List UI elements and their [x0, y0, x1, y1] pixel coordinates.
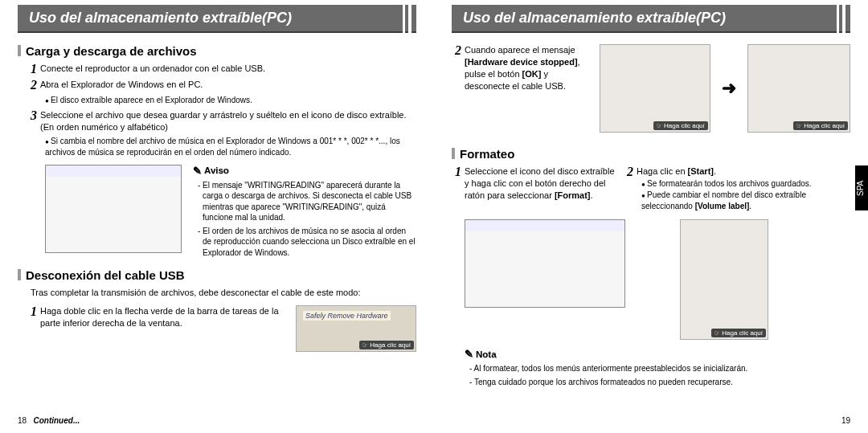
step-num-1: 1	[31, 63, 37, 76]
formateo-step-1-text: Seleccione el icono del disco extraíble …	[465, 165, 616, 202]
systray-screenshot: Safely Remove Hardware Haga clic aquí	[296, 305, 416, 352]
desconexion-intro: Tras completar la transmisión de archivo…	[31, 287, 416, 299]
nota-label-text: Nota	[476, 349, 497, 359]
hardware-stopped-text: Cuando aparece el mensaje [Hardware devi…	[465, 44, 588, 92]
header-right: Uso del almacenamiento extraíble(PC)	[452, 5, 850, 33]
aviso-label: ✎Aviso	[193, 165, 229, 177]
nota-list: - Al formatear, todos los menús anterior…	[469, 363, 850, 387]
nota-block: ✎Nota - Al formatear, todos los menús an…	[465, 348, 850, 387]
aviso-item-1: - El mensaje "WRITING/READING" aparecerá…	[198, 180, 416, 223]
step-3-text: Seleccione el archivo que desea guardar …	[40, 109, 416, 133]
desconexion-step: 1 Haga doble clic en la flecha verde de …	[31, 305, 285, 329]
nota-item-2: - Tenga cuidado porque los archivos form…	[469, 377, 850, 388]
stop-device-dialog-screenshot: Haga clic aquí	[747, 44, 850, 133]
step-2: 2Abra el Explorador de Windows en el PC.	[31, 79, 416, 92]
language-tab-spa: SPA	[855, 165, 868, 210]
header-left: Uso del almacenamiento extraíble(PC)	[18, 5, 416, 33]
format-dialog-screenshot: Haga clic aquí	[680, 219, 768, 340]
safely-remove-dialog-screenshot: Haga clic aquí	[600, 44, 710, 133]
continued-label: Continued...	[33, 416, 80, 425]
formateo-row: 1 Seleccione el icono del disco extraíbl…	[455, 165, 850, 211]
step-num-2: 2	[31, 79, 37, 92]
arrow-right-icon: ➜	[722, 78, 736, 99]
header-left-container: Uso del almacenamiento extraíble(PC)	[18, 5, 416, 33]
step-1-text: Conecte el reproductor a un ordenador co…	[40, 63, 265, 75]
step-1: 1Conecte el reproductor a un ordenador c…	[31, 63, 416, 76]
header-right-container: Uso del almacenamiento extraíble(PC)	[452, 5, 850, 33]
safely-remove-tooltip: Safely Remove Hardware	[303, 311, 391, 321]
section-formateo-title: Formateo	[452, 147, 850, 161]
aviso-block: ✎Aviso - El mensaje "WRITING/READING" ap…	[193, 165, 416, 261]
click-here-caption: Haga clic aquí	[711, 329, 766, 337]
click-here-caption: Haga clic aquí	[653, 121, 708, 130]
page-right: Uso del almacenamiento extraíble(PC) 2 C…	[434, 0, 868, 433]
pencil-icon: ✎	[193, 165, 202, 177]
page-num-18: 18	[18, 416, 27, 425]
hardware-stopped-step: 2 Cuando aparece el mensaje [Hardware de…	[455, 44, 588, 92]
formateo-step-1: 1 Seleccione el icono del disco extraíbl…	[455, 165, 616, 202]
formateo-bullet-2: Puede cambiar el nombre del disco extraí…	[641, 190, 850, 211]
format-context-menu-screenshot	[465, 219, 625, 308]
formateo-step-2: 2 Haga clic en [Start].	[627, 165, 850, 178]
section-bar-icon	[18, 45, 21, 56]
step-2-bullet: El disco extraíble aparece en el Explora…	[45, 95, 416, 106]
step-3: 3Seleccione el archivo que desea guardar…	[31, 109, 416, 133]
section-carga-title: Carga y descarga de archivos	[18, 44, 416, 58]
page-num-left: 18 Continued...	[18, 416, 80, 425]
step-num-2f: 2	[627, 165, 633, 178]
step-num-2r: 2	[455, 44, 461, 57]
formateo-step-2-block: 2 Haga clic en [Start]. Se formatearán t…	[627, 165, 850, 211]
page-num-right: 19	[841, 416, 850, 425]
nota-item-1: - Al formatear, todos los menús anterior…	[469, 363, 850, 374]
aviso-label-text: Aviso	[204, 165, 229, 175]
step-2-text: Abra el Explorador de Windows en el PC.	[40, 79, 203, 91]
aviso-item-2: - El orden de los archivos de música no …	[198, 226, 416, 259]
section-bar-icon	[18, 269, 21, 280]
page-left: Uso del almacenamiento extraíble(PC) Car…	[0, 0, 434, 433]
section-carga-text: Carga y descarga de archivos	[26, 44, 197, 58]
aviso-list: - El mensaje "WRITING/READING" aparecerá…	[198, 180, 416, 259]
section-bar-icon	[452, 148, 455, 159]
step-num-1b: 1	[31, 305, 37, 318]
desconexion-row: 1 Haga doble clic en la flecha verde de …	[31, 305, 416, 352]
formateo-screenshots-row: Haga clic aquí	[465, 219, 850, 340]
manual-spread: Uso del almacenamiento extraíble(PC) Car…	[0, 0, 868, 433]
step-3-bullet: Si cambia el nombre del archivo de músic…	[45, 136, 416, 157]
step-num-3: 3	[31, 109, 37, 122]
section-desconexion-text: Desconexión del cable USB	[26, 268, 185, 282]
nota-label: ✎Nota	[465, 348, 497, 360]
formateo-bullet-1: Se formatearán todos los archivos guarda…	[641, 178, 850, 190]
formateo-step-2-text: Haga clic en [Start].	[637, 165, 716, 178]
desconexion-step-text: Haga doble clic en la flecha verde de la…	[40, 305, 285, 329]
click-here-caption: Haga clic aquí	[793, 121, 848, 130]
step-num-1f: 1	[455, 165, 461, 178]
hardware-stopped-row: 2 Cuando aparece el mensaje [Hardware de…	[455, 44, 850, 133]
section-desconexion-title: Desconexión del cable USB	[18, 268, 416, 282]
pencil-icon: ✎	[465, 348, 473, 360]
section-formateo-text: Formateo	[460, 147, 514, 161]
windows-explorer-screenshot	[45, 165, 182, 253]
explorer-aviso-row: ✎Aviso - El mensaje "WRITING/READING" ap…	[45, 165, 416, 261]
click-here-caption: Haga clic aquí	[359, 341, 414, 349]
